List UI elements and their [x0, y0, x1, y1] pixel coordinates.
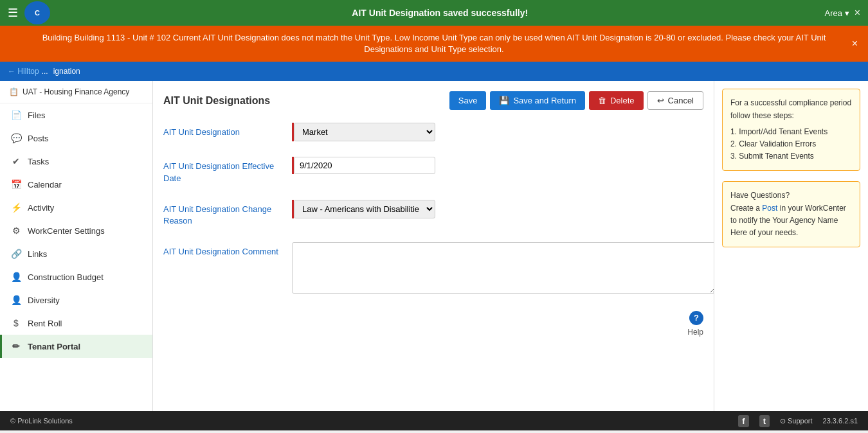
info-box-questions: Have Questions? Create a Post in your Wo… [722, 181, 860, 247]
tenant-portal-icon: ✏ [11, 341, 21, 351]
info-box-compliance-text: For a successful compliance period follo… [730, 97, 852, 121]
sidebar-item-files[interactable]: 📄 Files [0, 103, 152, 127]
top-bar-right: Area ▾ × [825, 7, 860, 19]
copyright: © ProLink Solutions [10, 417, 73, 425]
org-icon: 📋 [9, 87, 19, 96]
help-label[interactable]: Help [163, 328, 703, 337]
sidebar-org: 📋 UAT - Housing Finance Agency [0, 81, 152, 103]
comment-textarea[interactable] [292, 242, 714, 294]
comment-label: AIT Unit Designation Comment [163, 242, 292, 258]
calendar-icon: 📅 [11, 179, 21, 190]
change-reason-label: AIT Unit Designation Change Reason [163, 200, 292, 227]
right-sidebar: For a successful compliance period follo… [714, 81, 868, 411]
info-box-compliance: For a successful compliance period follo… [722, 89, 860, 171]
sidebar-item-tenant-portal[interactable]: ✏ Tenant Portal [0, 335, 152, 358]
area-label[interactable]: Area ▾ [825, 8, 849, 18]
change-reason-select[interactable]: Law - Americans with Disabilitie Other [294, 200, 435, 218]
comment-field [292, 242, 714, 296]
sidebar-item-tasks[interactable]: ✔ Tasks [0, 150, 152, 173]
file-icon: 📄 [11, 110, 21, 120]
breadcrumb-current: ignation [53, 67, 80, 76]
diversity-icon: 👤 [11, 295, 21, 305]
change-reason-field: Law - Americans with Disabilitie Other [292, 200, 703, 218]
questions-create-label: Create a [730, 204, 762, 213]
breadcrumb-back[interactable]: ← Hilltop [8, 67, 39, 76]
warning-banner: Building Building 1113 - Unit # 102 Curr… [0, 26, 868, 62]
sidebar-item-workcenter-settings[interactable]: ⚙ WorkCenter Settings [0, 219, 152, 242]
tasks-icon: ✔ [11, 156, 21, 166]
questions-suffix: of your needs. [749, 228, 798, 237]
breadcrumb-separator: ... [42, 67, 48, 76]
posts-icon: 💬 [11, 133, 21, 143]
sidebar-item-diversity[interactable]: 👤 Diversity [0, 288, 152, 312]
sidebar-item-calendar[interactable]: 📅 Calendar [0, 173, 152, 196]
help-icon[interactable]: ? [689, 311, 703, 325]
effective-date-label: AIT Unit Designation Effective Date [163, 157, 292, 184]
save-return-icon: 💾 [499, 96, 509, 105]
sidebar-item-activity[interactable]: ⚡ Activity [0, 196, 152, 219]
change-reason-row: AIT Unit Designation Change Reason Law -… [163, 200, 703, 227]
settings-icon: ⚙ [11, 225, 21, 236]
form-title: AIT Unit Designations [163, 95, 270, 107]
breadcrumb-bar: ← Hilltop ... ignation [0, 62, 868, 81]
effective-date-field [292, 157, 703, 174]
sidebar-item-construction-budget[interactable]: 👤 Construction Budget [0, 265, 152, 288]
success-message: AIT Unit Designation saved successfully! [55, 8, 825, 18]
save-button[interactable]: Save [449, 91, 487, 110]
sidebar-label-activity: Activity [28, 203, 54, 213]
compliance-step-1: 1. Import/Add Tenant Events [730, 126, 852, 138]
top-bar-logo: C [24, 1, 50, 24]
content-area: AIT Unit Designations Save 💾 Save and Re… [153, 81, 714, 411]
sidebar-label-diversity: Diversity [28, 296, 60, 305]
delete-button[interactable]: 🗑 Delete [589, 91, 644, 110]
rent-roll-icon: $ [11, 318, 21, 328]
questions-prefix: Have Questions? [730, 191, 790, 200]
sidebar-item-posts[interactable]: 💬 Posts [0, 127, 152, 150]
footer: © ProLink Solutions f t ⊙ Support 23.3.6… [0, 411, 868, 430]
form-header: AIT Unit Designations Save 💾 Save and Re… [163, 91, 703, 110]
comment-row: AIT Unit Designation Comment [163, 242, 703, 296]
sidebar-item-rent-roll[interactable]: $ Rent Roll [0, 312, 152, 335]
main-layout: 📋 UAT - Housing Finance Agency 📄 Files 💬… [0, 81, 868, 411]
warning-close-icon[interactable]: × [852, 37, 858, 51]
delete-icon: 🗑 [598, 96, 606, 105]
facebook-icon[interactable]: f [738, 415, 748, 427]
designation-label: AIT Unit Designation [163, 123, 292, 138]
compliance-step-3: 3. Submit Tenant Events [730, 150, 852, 163]
effective-date-input[interactable] [294, 157, 435, 174]
designation-row: AIT Unit Designation Market 20-80 Exclud… [163, 123, 703, 141]
questions-post-link[interactable]: Post [762, 204, 777, 213]
designation-field: Market 20-80 Excluded Other [292, 123, 703, 141]
footer-right: f t ⊙ Support 23.3.6.2.s1 [738, 415, 858, 427]
links-icon: 🔗 [11, 249, 21, 259]
sidebar-label-files: Files [28, 110, 45, 120]
sidebar-label-posts: Posts [28, 134, 49, 143]
sidebar-label-links: Links [28, 249, 47, 259]
activity-icon: ⚡ [11, 202, 21, 213]
effective-date-row: AIT Unit Designation Effective Date [163, 157, 703, 184]
support-label[interactable]: ⊙ Support [780, 417, 813, 425]
top-bar: ☰ C AIT Unit Designation saved successfu… [0, 0, 868, 26]
org-name: UAT - Housing Finance Agency [23, 87, 129, 96]
sidebar-label-construction-budget: Construction Budget [28, 272, 104, 282]
warning-message: Building Building 1113 - Unit # 102 Curr… [42, 33, 826, 54]
sidebar-label-tenant-portal: Tenant Portal [28, 342, 80, 351]
version-label: 23.3.6.2.s1 [823, 417, 858, 425]
designation-select[interactable]: Market 20-80 Excluded Other [294, 123, 435, 141]
sidebar: 📋 UAT - Housing Finance Agency 📄 Files 💬… [0, 81, 153, 411]
cancel-button[interactable]: ↩ Cancel [647, 91, 703, 110]
menu-icon[interactable]: ☰ [8, 6, 18, 20]
compliance-step-2: 2. Clear Validation Errors [730, 138, 852, 150]
help-section: ? Help [163, 311, 703, 337]
sidebar-label-tasks: Tasks [28, 157, 49, 166]
twitter-icon[interactable]: t [759, 415, 770, 427]
construction-icon: 👤 [11, 272, 21, 282]
sidebar-item-links[interactable]: 🔗 Links [0, 242, 152, 265]
sidebar-label-rent-roll: Rent Roll [28, 319, 62, 328]
topbar-close-icon[interactable]: × [854, 7, 860, 19]
save-and-return-button[interactable]: 💾 Save and Return [490, 91, 585, 110]
btn-group: Save 💾 Save and Return 🗑 Delete ↩ Cancel [449, 91, 703, 110]
sidebar-label-workcenter-settings: WorkCenter Settings [28, 226, 105, 236]
sidebar-label-calendar: Calendar [28, 180, 62, 190]
cancel-icon: ↩ [657, 96, 664, 105]
